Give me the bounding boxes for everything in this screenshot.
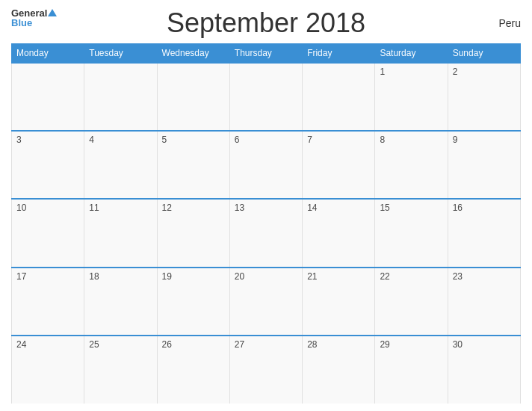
header-saturday: Saturday: [375, 44, 448, 64]
day-number: 16: [453, 203, 463, 213]
logo: General Blue: [11, 7, 58, 28]
logo-general-text: General: [11, 8, 47, 18]
day-number: 27: [235, 339, 244, 350]
day-number: 19: [162, 271, 172, 282]
calendar-day-cell: 29: [375, 336, 448, 404]
day-number: 29: [380, 339, 389, 350]
calendar-day-cell: 7: [303, 131, 375, 199]
day-number: 22: [380, 271, 389, 282]
calendar-day-cell: 16: [448, 199, 520, 267]
day-number: 24: [16, 339, 26, 350]
day-number: 13: [235, 203, 244, 213]
calendar-day-cell: 6: [229, 131, 302, 199]
day-number: 30: [453, 339, 463, 350]
country-label: Peru: [498, 17, 521, 29]
day-number: 5: [162, 135, 167, 145]
calendar-week-row: 12: [12, 63, 521, 131]
calendar-day-cell: [229, 63, 302, 131]
logo-triangle-icon: [47, 7, 58, 18]
day-number: 21: [307, 271, 317, 282]
calendar-day-cell: 18: [84, 268, 157, 336]
day-number: 15: [380, 203, 389, 213]
day-number: 4: [89, 135, 94, 145]
day-number: 1: [380, 67, 385, 77]
calendar-day-cell: 1: [375, 63, 448, 131]
calendar-day-cell: 23: [448, 268, 520, 336]
day-number: 12: [162, 203, 172, 213]
calendar-day-cell: 15: [375, 199, 448, 267]
day-number: 7: [307, 135, 312, 145]
calendar-day-cell: 19: [157, 268, 229, 336]
calendar-day-cell: 24: [12, 336, 84, 404]
day-number: 28: [307, 339, 317, 350]
header-wednesday: Wednesday: [157, 44, 229, 64]
calendar-header: General Blue September 2018 Peru: [11, 7, 521, 39]
calendar-day-cell: 17: [12, 268, 84, 336]
calendar-day-cell: 10: [12, 199, 84, 267]
header-tuesday: Tuesday: [84, 44, 157, 64]
calendar-week-row: 17181920212223: [12, 268, 521, 336]
calendar-day-cell: 5: [157, 131, 229, 199]
calendar-day-cell: 13: [229, 199, 302, 267]
day-number: 20: [235, 271, 244, 282]
calendar-day-cell: 11: [84, 199, 157, 267]
day-number: 2: [453, 67, 458, 77]
header-sunday: Sunday: [448, 44, 520, 64]
header-thursday: Thursday: [229, 44, 302, 64]
calendar-day-cell: 2: [448, 63, 520, 131]
calendar-day-cell: 4: [84, 131, 157, 199]
calendar-day-cell: 21: [303, 268, 375, 336]
calendar-day-cell: 26: [157, 336, 229, 404]
calendar-day-cell: [303, 63, 375, 131]
calendar-day-cell: 8: [375, 131, 448, 199]
svg-marker-0: [48, 9, 57, 16]
day-number: 9: [453, 135, 458, 145]
page-title: September 2018: [167, 7, 365, 39]
calendar-day-cell: [12, 63, 84, 131]
calendar-day-cell: 20: [229, 268, 302, 336]
calendar-day-cell: 3: [12, 131, 84, 199]
day-number: 3: [16, 135, 22, 145]
day-number: 25: [89, 339, 99, 350]
weekday-header-row: Monday Tuesday Wednesday Thursday Friday…: [12, 44, 521, 64]
calendar-day-cell: 9: [448, 131, 520, 199]
calendar-day-cell: 12: [157, 199, 229, 267]
calendar-day-cell: 30: [448, 336, 520, 404]
logo-blue-text: Blue: [11, 18, 58, 28]
calendar-table: Monday Tuesday Wednesday Thursday Friday…: [11, 43, 521, 404]
day-number: 26: [162, 339, 172, 350]
calendar-page: General Blue September 2018 Peru Monday …: [0, 0, 532, 411]
calendar-week-row: 10111213141516: [12, 199, 521, 267]
calendar-day-cell: 27: [229, 336, 302, 404]
day-number: 18: [89, 271, 99, 282]
calendar-day-cell: [157, 63, 229, 131]
calendar-week-row: 3456789: [12, 131, 521, 199]
calendar-day-cell: 22: [375, 268, 448, 336]
day-number: 11: [89, 203, 99, 213]
calendar-day-cell: 28: [303, 336, 375, 404]
calendar-week-row: 24252627282930: [12, 336, 521, 404]
day-number: 6: [235, 135, 240, 145]
day-number: 17: [16, 271, 26, 282]
calendar-day-cell: [84, 63, 157, 131]
day-number: 23: [453, 271, 463, 282]
day-number: 8: [380, 135, 385, 145]
day-number: 14: [307, 203, 317, 213]
day-number: 10: [16, 203, 26, 213]
header-friday: Friday: [303, 44, 375, 64]
calendar-day-cell: 25: [84, 336, 157, 404]
header-monday: Monday: [12, 44, 84, 64]
calendar-day-cell: 14: [303, 199, 375, 267]
